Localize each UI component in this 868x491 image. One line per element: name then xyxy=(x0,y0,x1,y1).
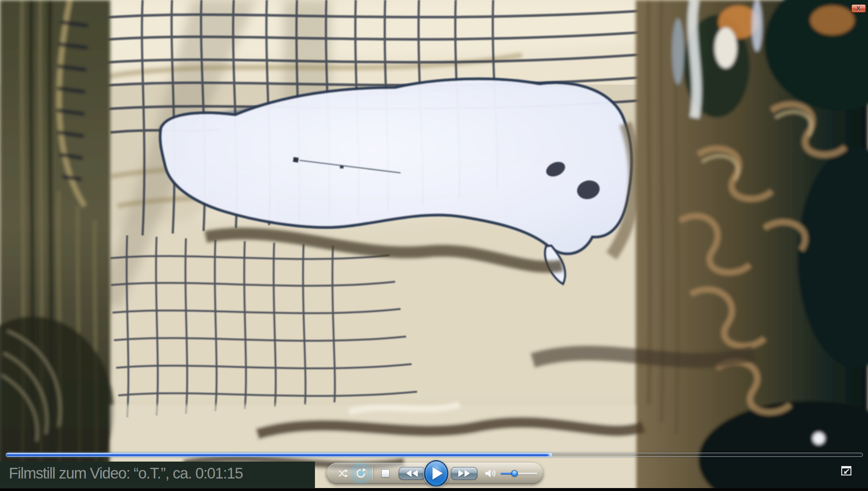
rewind-icon xyxy=(406,470,412,477)
media-player-window: Filmstill zum Video: “o.T.”, ca. 0:01:15 xyxy=(0,0,868,491)
fast-forward-icon xyxy=(458,470,464,477)
video-frame-art xyxy=(0,0,868,491)
volume-thumb[interactable] xyxy=(511,470,518,477)
exit-fullscreen-button[interactable] xyxy=(841,466,851,476)
repeat-button[interactable] xyxy=(354,466,368,481)
volume-icon xyxy=(485,469,496,478)
exit-fullscreen-icon xyxy=(841,466,851,476)
stop-icon xyxy=(381,469,390,477)
play-button[interactable] xyxy=(424,460,448,487)
volume-slider[interactable] xyxy=(501,471,537,476)
play-icon xyxy=(433,467,443,480)
caption-overlay: Filmstill zum Video: “o.T.”, ca. 0:01:15 xyxy=(0,462,315,488)
shuffle-button[interactable] xyxy=(336,466,351,481)
shuffle-icon xyxy=(338,469,349,478)
stop-button[interactable] xyxy=(381,469,390,478)
repeat-icon xyxy=(356,468,366,478)
caption-text: Filmstill zum Video: “o.T.”, ca. 0:01:15 xyxy=(9,465,243,481)
controls-divider xyxy=(373,467,373,480)
fast-forward-button[interactable] xyxy=(451,467,477,480)
playback-controls xyxy=(326,463,543,484)
close-icon: X xyxy=(857,6,861,12)
seek-bar[interactable] xyxy=(6,453,863,457)
close-button[interactable]: X xyxy=(851,4,866,13)
seek-progress-fill xyxy=(6,453,552,456)
mute-button[interactable] xyxy=(483,467,498,480)
rewind-button[interactable] xyxy=(399,467,425,480)
